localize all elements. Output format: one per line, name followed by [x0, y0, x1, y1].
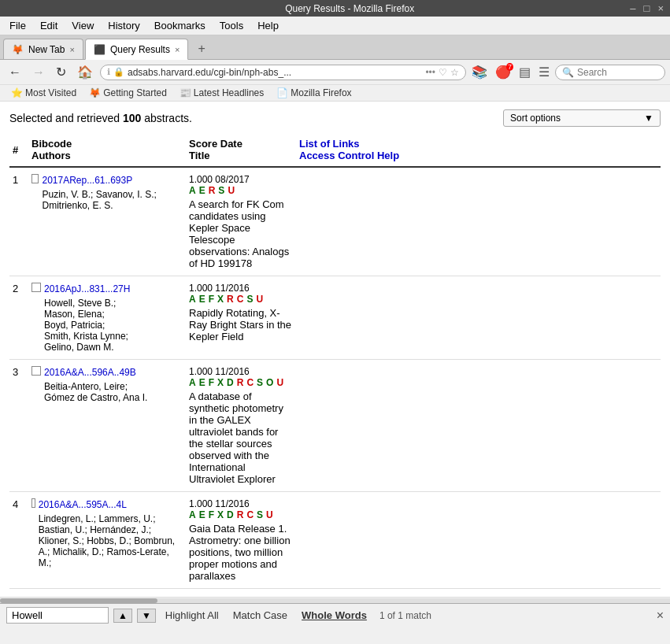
- library-icon[interactable]: 📚: [469, 63, 490, 81]
- link-u-2[interactable]: U: [276, 377, 283, 388]
- maximize-button[interactable]: □: [644, 2, 650, 14]
- bookmark-latest-headlines[interactable]: 📰 Latest Headlines: [175, 87, 268, 99]
- match-case-button[interactable]: Match Case: [228, 608, 292, 623]
- bookmark-getting-started[interactable]: 🦊 Getting Started: [84, 87, 172, 99]
- tab-query-results[interactable]: ⬛ Query Results ×: [85, 39, 188, 60]
- menu-file[interactable]: File: [3, 18, 32, 33]
- table-row: 32016A&A...596A..49BBeitia-Antero, Leire…: [9, 360, 661, 492]
- address-input[interactable]: [128, 67, 422, 78]
- bibcode-cell: 2016ApJ...831...27HHowell, Steve B.; Mas…: [28, 276, 186, 360]
- link-a-2[interactable]: A: [189, 377, 196, 388]
- menu-history[interactable]: History: [102, 18, 146, 33]
- scrollbar-area: [0, 597, 670, 603]
- link-e-1[interactable]: E: [199, 294, 205, 305]
- find-close-button[interactable]: ×: [657, 609, 664, 623]
- bibcode-link[interactable]: 2017ARep...61..693P: [42, 175, 132, 186]
- link-row: A E F X D R C S U: [189, 509, 293, 520]
- bookmark-mozilla-firefox[interactable]: 📄 Mozilla Firefox: [272, 87, 356, 99]
- whole-words-button[interactable]: Whole Words: [297, 608, 372, 623]
- link-s-3[interactable]: S: [257, 509, 263, 520]
- row-checkbox-0[interactable]: [31, 174, 39, 183]
- row-checkbox-1[interactable]: [31, 283, 41, 292]
- link-a-1[interactable]: A: [189, 294, 196, 305]
- link-o-2[interactable]: O: [266, 377, 273, 388]
- link-r-3[interactable]: R: [237, 509, 244, 520]
- menu-edit[interactable]: Edit: [34, 18, 64, 33]
- link-r-1[interactable]: R: [227, 294, 234, 305]
- link-d-3[interactable]: D: [227, 509, 234, 520]
- home-button[interactable]: 🏠: [73, 63, 97, 81]
- link-f-3[interactable]: F: [209, 509, 214, 520]
- link-f-2[interactable]: F: [209, 377, 214, 388]
- link-s-1[interactable]: S: [246, 294, 253, 305]
- back-button[interactable]: ←: [5, 64, 25, 81]
- forward-button[interactable]: →: [28, 64, 49, 81]
- find-next-button[interactable]: ▼: [137, 609, 156, 623]
- menu-bookmarks[interactable]: Bookmarks: [148, 18, 212, 33]
- menu-help[interactable]: Help: [251, 18, 285, 33]
- bibcode-link[interactable]: 2016A&A...595A...4L: [39, 499, 127, 510]
- find-input[interactable]: [6, 607, 109, 624]
- getting-started-icon: 🦊: [89, 87, 101, 98]
- link-a-3[interactable]: A: [189, 509, 196, 520]
- find-prev-button[interactable]: ▲: [113, 609, 132, 623]
- row-checkbox-2[interactable]: [31, 366, 41, 376]
- notification-badge[interactable]: 🔴7: [493, 63, 513, 81]
- highlight-all-button[interactable]: Highlight All: [161, 608, 224, 623]
- results-header: Selected and retrieved 100 abstracts. So…: [9, 109, 661, 127]
- menu-icon[interactable]: ☰: [536, 63, 552, 81]
- link-x-2[interactable]: X: [217, 377, 224, 388]
- reader-mode-icon[interactable]: ▤: [516, 63, 533, 81]
- bibcode-cell: 2016A&A...596A..49BBeitia-Antero, Leire;…: [28, 360, 186, 492]
- link-x-3[interactable]: X: [217, 509, 224, 520]
- dots-menu-icon[interactable]: •••: [425, 67, 435, 78]
- bibcode-link[interactable]: 2016A&A...596A..49B: [44, 367, 136, 378]
- table-row: 22016ApJ...831...27HHowell, Steve B.; Ma…: [9, 276, 661, 360]
- link-d-2[interactable]: D: [227, 377, 234, 388]
- address-bar[interactable]: ℹ 🔒 ••• ♡ ☆: [100, 65, 466, 80]
- link-c-1[interactable]: C: [237, 294, 244, 305]
- link-u-3[interactable]: U: [266, 509, 273, 520]
- link-a-0[interactable]: A: [189, 185, 196, 196]
- new-tab-button[interactable]: +: [190, 39, 213, 59]
- link-s-2[interactable]: S: [257, 377, 263, 388]
- access-control-help-link[interactable]: Access Control Help: [299, 150, 399, 161]
- link-c-3[interactable]: C: [246, 509, 254, 520]
- tab-close-1[interactable]: ×: [175, 45, 180, 54]
- search-icon: 🔍: [562, 67, 574, 78]
- link-r-0[interactable]: R: [209, 185, 216, 196]
- score-date: 1.000 11/2016: [189, 283, 293, 294]
- bookmark-icon[interactable]: ☆: [450, 67, 459, 78]
- link-row: A E R S U: [189, 185, 293, 196]
- link-s-0[interactable]: S: [218, 185, 224, 196]
- window-controls[interactable]: – □ ×: [630, 2, 664, 14]
- scrollbar-thumb[interactable]: [0, 598, 157, 603]
- sort-dropdown[interactable]: Sort options ▼: [503, 109, 661, 127]
- link-u-1[interactable]: U: [256, 294, 263, 305]
- search-bar[interactable]: 🔍: [555, 65, 665, 80]
- link-x-1[interactable]: X: [217, 294, 224, 305]
- tab-close-0[interactable]: ×: [69, 45, 74, 54]
- search-input[interactable]: [577, 67, 648, 78]
- minimize-button[interactable]: –: [630, 2, 635, 14]
- reload-button[interactable]: ↻: [52, 63, 70, 81]
- link-e-2[interactable]: E: [199, 377, 205, 388]
- link-e-0[interactable]: E: [199, 185, 205, 196]
- menu-view[interactable]: View: [65, 18, 100, 33]
- menu-bar: File Edit View History Bookmarks Tools H…: [0, 17, 670, 35]
- security-icon: ℹ: [107, 67, 110, 77]
- bookmark-star-icon[interactable]: ♡: [439, 67, 447, 78]
- menu-tools[interactable]: Tools: [213, 18, 250, 33]
- close-window-button[interactable]: ×: [657, 2, 664, 14]
- link-f-1[interactable]: F: [209, 294, 214, 305]
- link-c-2[interactable]: C: [246, 377, 254, 388]
- tab-new-tab[interactable]: 🦊 New Tab ×: [3, 39, 83, 59]
- row-checkbox-3[interactable]: [31, 498, 35, 508]
- link-e-3[interactable]: E: [199, 509, 205, 520]
- list-of-links-link[interactable]: List of Links: [299, 138, 360, 150]
- col-header-score-date: Score DateTitle: [186, 135, 296, 167]
- bookmark-most-visited[interactable]: ⭐ Most Visited: [6, 87, 81, 99]
- link-r-2[interactable]: R: [237, 377, 244, 388]
- link-u-0[interactable]: U: [228, 185, 235, 196]
- bibcode-link[interactable]: 2016ApJ...831...27H: [44, 283, 130, 294]
